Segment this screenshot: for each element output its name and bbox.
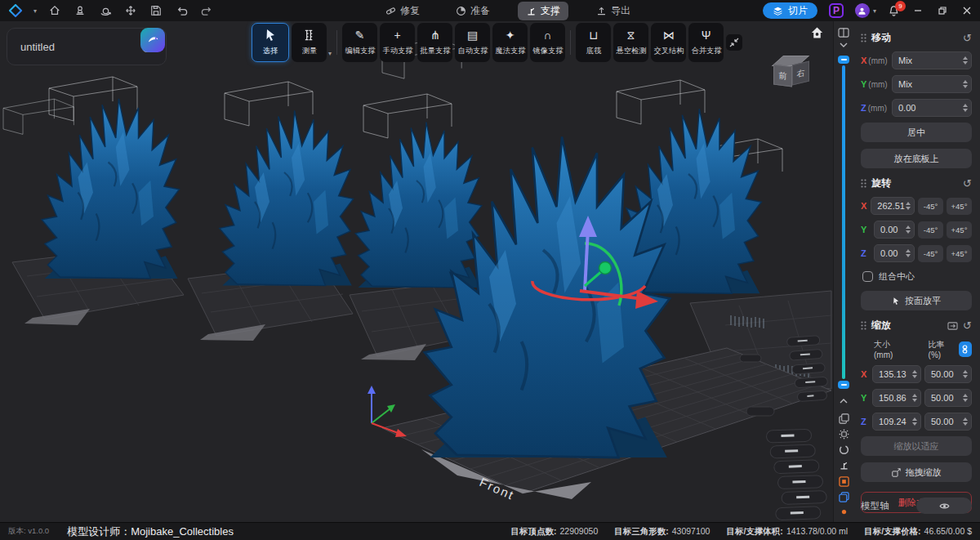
move-y-input[interactable]: Mix (892, 75, 972, 93)
rotate-y-minus45-button[interactable]: -45° (918, 221, 943, 239)
tool-cross-structure[interactable]: ⋈ 交叉结构 (651, 23, 686, 62)
rotate-z-input[interactable]: 0.00 (874, 244, 915, 262)
uniform-scale-link-toggle[interactable] (959, 341, 972, 357)
view-cube-right-face[interactable]: 右 (792, 61, 809, 86)
user-avatar[interactable] (855, 3, 870, 18)
dotted-gear-icon[interactable] (834, 429, 853, 440)
tool-edit-support[interactable]: ✎ 编辑支撑 (342, 23, 377, 62)
scale-y-ratio-input[interactable]: 50.00 (924, 389, 972, 407)
rotate-reset-icon[interactable]: ↺ (963, 177, 972, 190)
drag-scale-button[interactable]: 拖拽缩放 (861, 462, 972, 482)
rotate-y-input[interactable]: 0.00 (874, 221, 915, 239)
rotate-x-plus45-button[interactable]: +45° (947, 198, 972, 215)
notifications-button[interactable]: 9 (888, 5, 900, 17)
scene-3d[interactable]: Front (0, 21, 833, 522)
move-y-stepper[interactable] (962, 80, 969, 88)
redo-icon[interactable] (199, 3, 214, 18)
scale-z-ratio-input[interactable]: 50.00 (924, 413, 972, 431)
close-button[interactable] (960, 4, 973, 17)
layers-view-icon[interactable] (834, 492, 853, 502)
chevron-down-icon[interactable] (834, 42, 853, 47)
tool-batch-support[interactable]: ⋔ 批量支撑 (417, 23, 452, 62)
model-monster-2[interactable] (220, 110, 354, 285)
tab-prepare[interactable]: 准备 (448, 2, 498, 20)
scale-reset-icon[interactable]: ↺ (963, 319, 972, 332)
save-icon[interactable] (149, 3, 163, 18)
tab-support[interactable]: 支撑 (518, 2, 568, 20)
tool-auto-support[interactable]: ▤ 自动支撑 (455, 23, 490, 62)
rotate-x-minus45-button[interactable]: -45° (918, 198, 943, 215)
rotate-z-minus45-button[interactable]: -45° (918, 245, 943, 262)
move-z-stepper[interactable] (962, 104, 969, 112)
drag-handle-icon[interactable] (861, 321, 866, 330)
place-on-plate-button[interactable]: 放在底板上 (861, 149, 972, 168)
plate-view-icon[interactable] (834, 476, 853, 487)
tool-magic-support[interactable]: ✦ 魔法支撑 (492, 23, 528, 62)
stamp-icon[interactable] (73, 3, 87, 18)
home-icon[interactable] (47, 3, 62, 18)
maximize-button[interactable] (936, 4, 949, 17)
ring-icon[interactable] (834, 444, 853, 455)
tool-raft[interactable]: ⊔ 底筏 (576, 23, 611, 62)
duplicate-icon[interactable] (834, 413, 853, 424)
view-cube[interactable]: 前 右 (773, 52, 815, 95)
scale-z-size-stepper[interactable] (911, 417, 918, 426)
scale-y-size-input[interactable]: 150.86 (872, 389, 921, 407)
flatten-by-face-button[interactable]: 按面放平 (861, 291, 972, 310)
scale-z-size-input[interactable]: 109.24 (872, 413, 921, 431)
view-cube-front-face[interactable]: 前 (773, 65, 792, 87)
layer-slider-track[interactable] (842, 65, 845, 379)
support-mode-icon[interactable] (834, 460, 853, 471)
move-x-stepper[interactable] (962, 56, 969, 65)
avatar-caret-icon[interactable]: ▾ (873, 7, 876, 15)
layer-slider-bottom-handle[interactable] (838, 381, 849, 389)
tool-select[interactable]: 选择 (252, 23, 289, 62)
scale-x-ratio-input[interactable]: 50.00 (924, 365, 972, 383)
rotate-y-stepper[interactable] (905, 225, 911, 234)
expand-fit-icon[interactable] (947, 321, 958, 331)
scale-x-size-input[interactable]: 135.13 (872, 365, 921, 383)
rotate-y-plus45-button[interactable]: +45° (947, 221, 972, 239)
move-tool-icon[interactable] (123, 3, 138, 18)
rotate-x-stepper[interactable] (905, 202, 911, 210)
tab-repair[interactable]: 修复 (377, 2, 428, 20)
dock-collapse-button[interactable] (726, 34, 742, 51)
tool-mirror-support[interactable]: ∩ 镜像支撑 (530, 23, 565, 62)
undo-icon[interactable] (174, 3, 189, 18)
minimize-button[interactable] (911, 4, 924, 17)
scale-y-ratio-stepper[interactable] (962, 394, 969, 402)
model-monster-1[interactable] (42, 99, 179, 279)
model-monster-3[interactable] (355, 123, 482, 288)
chevron-up-icon[interactable] (834, 399, 853, 404)
rotate-x-input[interactable]: 262.51 (871, 197, 915, 215)
move-x-input[interactable]: Mix (892, 51, 972, 69)
scale-to-fit-button[interactable]: 缩放以适应 (861, 436, 972, 456)
tool-overhang-detect[interactable]: ⧖ 悬空检测 (613, 23, 648, 62)
rotate-z-plus45-button[interactable]: +45° (947, 245, 972, 262)
gizmo-center-handle[interactable] (599, 262, 612, 274)
app-logo-icon[interactable] (8, 3, 23, 18)
measure-caret-icon[interactable]: ▾ (328, 50, 332, 57)
rotate-z-stepper[interactable] (905, 249, 911, 257)
viewport-3d[interactable]: Front (0, 21, 833, 522)
center-button[interactable]: 居中 (861, 123, 972, 142)
orbit-icon[interactable] (98, 3, 113, 18)
tool-manual-support[interactable]: + 手动支撑 (380, 23, 415, 62)
scale-x-size-stepper[interactable] (911, 370, 918, 378)
drag-handle-icon[interactable] (861, 179, 866, 188)
move-z-input[interactable]: 0.00 (892, 99, 972, 117)
brand-button[interactable] (140, 28, 165, 52)
scale-z-ratio-stepper[interactable] (962, 417, 969, 426)
tool-measure[interactable]: 测量 (292, 23, 327, 62)
home-view-button[interactable] (810, 26, 824, 39)
scale-x-ratio-stepper[interactable] (962, 370, 969, 378)
tool-merge-support[interactable]: Ψ 合并支撑 (688, 23, 724, 62)
combine-center-checkbox[interactable] (862, 271, 873, 282)
scale-y-size-stepper[interactable] (911, 394, 918, 402)
app-menu-caret-icon[interactable]: ▾ (33, 7, 37, 15)
tab-export[interactable]: 导出 (588, 2, 639, 20)
slice-button[interactable]: 切片 (763, 2, 817, 19)
drag-handle-icon[interactable] (861, 33, 866, 42)
move-reset-icon[interactable]: ↺ (963, 32, 972, 44)
model-axis-visibility-button[interactable] (916, 498, 972, 514)
